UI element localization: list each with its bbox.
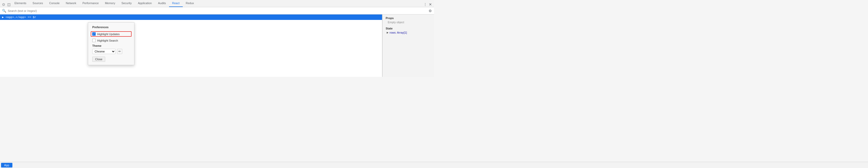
props-section: Props Empty object [386, 16, 431, 24]
highlight-updates-label: Highlight Updates [97, 33, 120, 36]
theme-row: Chrome Dark Light ✏ [92, 49, 130, 54]
theme-select[interactable]: Chrome Dark Light [92, 49, 116, 54]
search-input[interactable] [8, 9, 427, 12]
search-icon: 🔍 [2, 9, 6, 13]
highlight-search-label: Highlight Search [97, 39, 118, 42]
tab-application[interactable]: Application [135, 0, 155, 7]
selected-row[interactable]: ▶ <App>…</App> == $r [0, 14, 382, 20]
preferences-popup: Preferences Highlight Updates Highlight … [88, 22, 134, 65]
tab-console[interactable]: Console [46, 0, 63, 7]
edit-theme-button[interactable]: ✏ [117, 49, 122, 54]
props-title: Props [386, 16, 431, 20]
tab-bar: ⊙ ◫ Elements Sources Console Network Per… [0, 0, 434, 7]
left-panel: ▶ <App>…</App> == $r Preferences Highlig… [0, 14, 382, 77]
state-section: State ▶ rows: Array[1] [386, 27, 431, 34]
state-value: rows: Array[1] [390, 31, 407, 34]
right-panel: Props Empty object State ▶ rows: Array[1… [382, 14, 434, 77]
gear-icon[interactable]: ⚙ [429, 9, 432, 13]
close-button[interactable]: Close [92, 57, 105, 62]
close-devtools-icon[interactable]: ✕ [428, 2, 433, 7]
theme-title: Theme [92, 44, 130, 47]
tab-network[interactable]: Network [63, 0, 80, 7]
main-area: ▶ <App>…</App> == $r Preferences Highlig… [0, 14, 434, 77]
tab-react[interactable]: React [169, 0, 183, 7]
search-bar: 🔍 ⚙ [0, 7, 434, 14]
cursor-icon[interactable]: ⊙ [1, 2, 6, 7]
tab-audits[interactable]: Audits [155, 0, 169, 7]
inspect-icon[interactable]: ◫ [6, 2, 11, 7]
theme-section: Theme Chrome Dark Light ✏ [92, 44, 130, 54]
tab-security[interactable]: Security [118, 0, 135, 7]
state-title: State [386, 27, 431, 30]
more-options-icon[interactable]: ⋮ [423, 2, 428, 7]
highlight-updates-checkbox[interactable] [92, 32, 96, 36]
highlight-search-item[interactable]: Highlight Search [92, 39, 130, 42]
highlight-search-checkbox[interactable] [92, 39, 96, 42]
tab-memory[interactable]: Memory [102, 0, 118, 7]
tab-redux[interactable]: Redux [183, 0, 197, 7]
state-expand-icon[interactable]: ▶ [387, 31, 389, 34]
tab-sources[interactable]: Sources [29, 0, 46, 7]
preferences-title: Preferences [92, 26, 130, 29]
tab-performance[interactable]: Performance [80, 0, 102, 7]
props-value: Empty object [386, 21, 431, 24]
tab-elements[interactable]: Elements [11, 0, 29, 7]
highlight-updates-item[interactable]: Highlight Updates [91, 31, 131, 37]
